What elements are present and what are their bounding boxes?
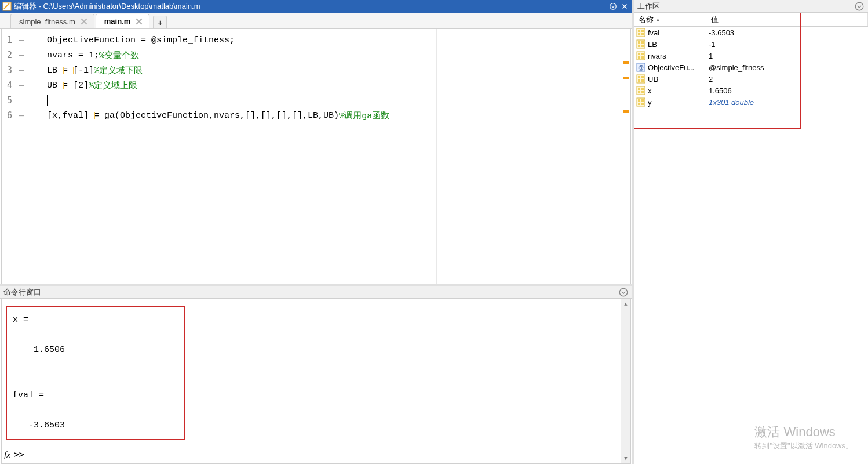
variable-value: -1 [706,40,868,49]
svg-point-2 [619,288,628,296]
variable-icon [636,86,645,95]
variable-icon [636,51,645,60]
workspace-row[interactable]: @ObjectiveFu...@simple_fitness [634,61,868,73]
command-window-titlebar: 命令行窗口 [0,286,632,299]
svg-point-3 [855,2,863,10]
svg-rect-23 [641,76,644,78]
svg-rect-8 [641,33,644,35]
scroll-down-icon[interactable]: ▼ [621,454,630,463]
variable-value: 1.6506 [706,86,868,95]
activate-windows-watermark: 激活 Windows 转到"设置"以激活 Windows。 [754,423,853,451]
variable-name: LB [648,40,706,49]
svg-rect-11 [641,41,644,44]
variable-icon [636,74,645,84]
svg-rect-28 [641,88,644,90]
editor-code[interactable]: ObjectiveFunction = @simple_fitness; nva… [37,29,630,284]
variable-icon [636,97,645,107]
variable-value: 1 [706,52,868,60]
svg-rect-29 [638,91,640,93]
svg-rect-25 [641,79,644,82]
tab-simple-fitness[interactable]: simple_fitness.m [10,14,94,28]
workspace-col-value[interactable]: 值 [706,13,868,26]
tab-label: main.m [104,17,131,26]
variable-icon [636,28,645,37]
variable-value: @simple_fitness [706,63,868,72]
command-output-highlight: x = 1.6506 fval = -3.6503 [6,306,185,440]
variable-name: UB [648,75,706,84]
editor-body[interactable]: 1— 2— 3— 4— 5 6— ObjectiveFunction = @si… [1,29,631,284]
variable-name: fval [648,28,706,37]
close-icon[interactable] [135,17,143,26]
svg-rect-35 [641,103,644,105]
svg-rect-27 [638,88,640,90]
svg-rect-32 [638,99,640,102]
editor-dropdown-button[interactable] [608,1,618,12]
svg-rect-5 [638,30,640,32]
svg-rect-34 [638,103,640,105]
workspace-row[interactable]: fval-3.6503 [634,27,868,38]
scroll-up-icon[interactable]: ▲ [621,299,630,309]
tab-main[interactable]: main.m [96,14,150,28]
workspace-col-name[interactable]: 名称▲ [634,13,706,26]
editor-split-bar[interactable] [436,29,437,284]
svg-rect-17 [638,56,640,59]
variable-icon [636,39,645,49]
fx-icon[interactable]: fx [4,450,10,460]
workspace-dropdown[interactable] [854,1,865,12]
svg-rect-24 [638,79,640,82]
command-window-dropdown[interactable] [618,287,629,298]
workspace-row[interactable]: UB2 [634,73,868,85]
editor-gutter: 1— 2— 3— 4— 5 6— [2,29,37,284]
workspace-body[interactable]: fval-3.6503LB-1nvars1@ObjectiveFu...@sim… [634,27,868,464]
variable-value: 2 [706,75,868,84]
text-caret [47,95,48,106]
svg-rect-7 [638,33,640,35]
workspace-row[interactable]: y1x301 double [634,96,868,108]
variable-name: x [648,86,706,95]
command-window-body[interactable]: x = 1.6506 fval = -3.6503 fx >> ▲ ▼ [1,299,631,464]
command-output: x = 1.6506 fval = -3.6503 [13,313,178,433]
svg-rect-22 [638,76,640,78]
editor-close-button[interactable] [619,1,630,12]
svg-rect-15 [638,53,640,55]
tab-label: simple_fitness.m [19,17,75,26]
variable-value: -3.6503 [706,28,868,37]
svg-rect-13 [641,45,644,47]
editor-title-icon [2,2,12,11]
sort-asc-icon: ▲ [655,17,661,23]
command-scrollbar[interactable]: ▲ ▼ [621,299,630,463]
svg-point-1 [610,3,617,10]
svg-rect-33 [641,99,644,102]
svg-rect-12 [638,45,640,47]
svg-text:@: @ [638,64,644,71]
command-window-title: 命令行窗口 [3,287,41,298]
close-icon[interactable] [80,17,88,26]
svg-rect-6 [641,30,644,32]
workspace-row[interactable]: x1.6506 [634,85,868,96]
workspace-titlebar: 工作区 [634,0,868,13]
variable-name: ObjectiveFu... [648,63,706,72]
editor-mark-strip [621,29,630,284]
svg-rect-18 [641,56,644,59]
svg-rect-10 [638,41,640,44]
svg-rect-30 [641,91,644,93]
variable-value: 1x301 double [706,98,868,107]
variable-icon: @ [636,63,645,72]
workspace-row[interactable]: nvars1 [634,50,868,61]
editor-title: 编辑器 - C:\Users\Administrator\Desktop\mat… [14,1,200,12]
workspace-row[interactable]: LB-1 [634,38,868,50]
editor-tabstrip: simple_fitness.m main.m + [0,13,632,29]
prompt-chevrons: >> [14,449,24,460]
editor-titlebar: 编辑器 - C:\Users\Administrator\Desktop\mat… [0,0,632,13]
workspace-header[interactable]: 名称▲ 值 [634,13,868,27]
new-tab-button[interactable]: + [153,16,167,28]
command-prompt[interactable]: fx >> [4,449,24,460]
svg-rect-16 [641,53,644,55]
variable-name: y [648,98,706,107]
variable-name: nvars [648,52,706,60]
workspace-title: 工作区 [637,1,660,12]
